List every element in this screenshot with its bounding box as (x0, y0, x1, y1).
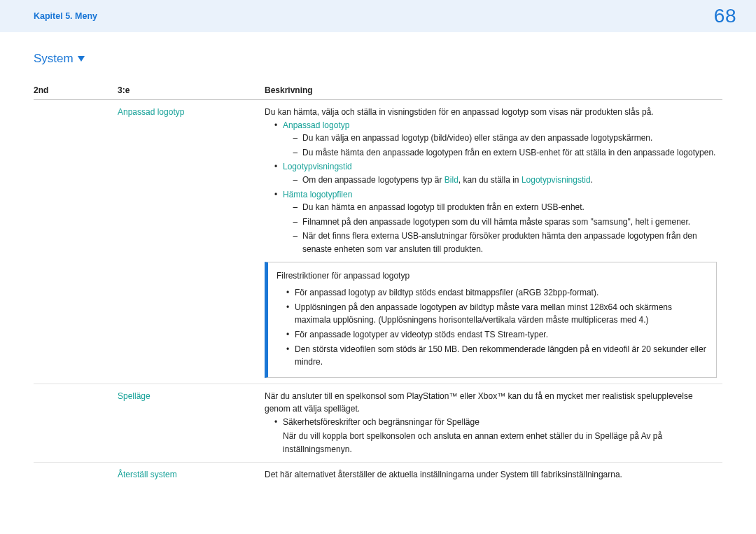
option-label: Hämta logotypfilen (283, 190, 352, 199)
list-item: För anpassad logotyp av bildtyp stöds en… (286, 286, 706, 300)
text-fragment: Om den anpassade logotypens typ är (302, 175, 444, 185)
cell-3e: Anpassad logotyp (118, 100, 265, 384)
list-item: Hämta logotypfilen Du kan hämta en anpas… (274, 188, 717, 256)
cell-description: Du kan hämta, välja och ställa in visnin… (265, 100, 722, 384)
list-item: Anpassad logotyp Du kan välja en anpassa… (274, 119, 717, 160)
list-item: Du måste hämta den anpassade logotypen f… (293, 146, 717, 160)
cell-description: Det här alternativet återställer de aktu… (265, 462, 722, 486)
document-page: Kapitel 5. Meny 68 System 2nd 3:e Beskri… (0, 0, 756, 534)
chapter-label: Kapitel 5. Meny (34, 11, 97, 21)
list-item: Filnamnet på den anpassade logotypen som… (293, 216, 717, 229)
setting-name: Återställ system (118, 470, 177, 479)
header-beskrivning: Beskrivning (265, 81, 722, 100)
inline-label: Logotypvisningstid (522, 175, 591, 185)
sub-list: Om den anpassade logotypens typ är Bild,… (283, 174, 717, 187)
cell-2nd (34, 100, 118, 384)
page-content: System 2nd 3:e Beskrivning Anpassad l (0, 32, 756, 486)
infobox-list: För anpassad logotyp av bildtyp stöds en… (276, 286, 706, 369)
list-item: Logotypvisningstid Om den anpassade logo… (274, 160, 717, 186)
cell-description: När du ansluter till en spelkonsol som P… (265, 384, 722, 462)
page-header: Kapitel 5. Meny 68 (0, 0, 756, 32)
list-item: Säkerhetsföreskrifter och begränsningar … (274, 416, 717, 429)
settings-table: 2nd 3:e Beskrivning Anpassad logotyp Du … (34, 81, 722, 486)
paragraph: Det här alternativet återställer de aktu… (265, 468, 717, 482)
dropdown-triangle-icon (78, 56, 85, 62)
option-label: Anpassad logotyp (283, 120, 349, 130)
intro-text: Du kan hämta, välja och ställa in visnin… (265, 106, 717, 119)
list-item: För anpassade logotyper av videotyp stöd… (286, 328, 706, 342)
header-3e: 3:e (118, 81, 265, 100)
page-number: 68 (714, 5, 736, 27)
list-item: Du kan välja en anpassad logotyp (bild/v… (293, 132, 717, 145)
inline-label: Bild (444, 175, 458, 185)
list-item: När det finns flera externa USB-anslutni… (293, 230, 717, 255)
list-item: Du kan hämta en anpassad logotyp till pr… (293, 201, 717, 214)
text-fragment: . (591, 175, 593, 185)
infobox-title: Filrestriktioner för anpassad logotyp (276, 269, 706, 283)
section-title-text: System (34, 52, 74, 66)
sub-list: Du kan hämta en anpassad logotyp till pr… (283, 201, 717, 255)
options-list: Anpassad logotyp Du kan välja en anpassa… (265, 119, 717, 256)
setting-name: Anpassad logotyp (118, 107, 184, 117)
paragraph: När du ansluter till en spelkonsol som P… (265, 390, 717, 416)
sub-list: Du kan välja en anpassad logotyp (bild/v… (283, 132, 717, 159)
paragraph: När du vill koppla bort spelkonsolen och… (265, 430, 717, 456)
option-label: Logotypvisningstid (283, 162, 352, 171)
table-row: Anpassad logotyp Du kan hämta, välja och… (34, 100, 722, 384)
section-title: System (34, 52, 85, 66)
setting-name: Spelläge (118, 391, 150, 401)
restrictions-infobox: Filrestriktioner för anpassad logotyp Fö… (265, 262, 717, 378)
table-row: Återställ system Det här alternativet åt… (34, 462, 722, 486)
table-header-row: 2nd 3:e Beskrivning (34, 81, 722, 100)
list-item: Upplösningen på den anpassade logotypen … (286, 301, 706, 327)
cell-2nd (34, 462, 118, 486)
header-2nd: 2nd (34, 81, 118, 100)
list-item: Den största videofilen som stöds är 150 … (286, 343, 706, 369)
cell-3e: Återställ system (118, 462, 265, 486)
text-fragment: , kan du ställa in (458, 175, 522, 185)
cell-3e: Spelläge (118, 384, 265, 462)
list-item: Om den anpassade logotypens typ är Bild,… (293, 174, 717, 187)
cell-2nd (34, 384, 118, 462)
bullet-list: Säkerhetsföreskrifter och begränsningar … (265, 416, 717, 429)
table-row: Spelläge När du ansluter till en spelkon… (34, 384, 722, 462)
